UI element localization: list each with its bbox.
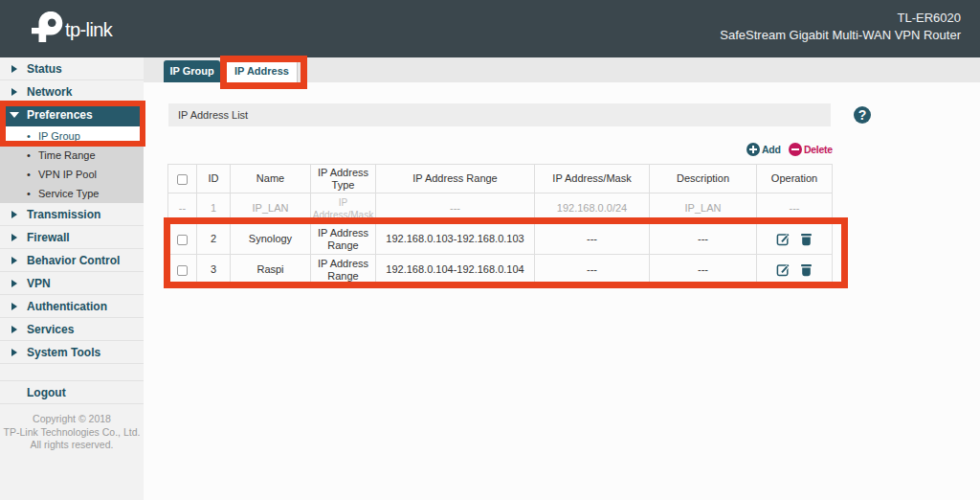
svg-text:tp-link: tp-link [65, 19, 114, 40]
